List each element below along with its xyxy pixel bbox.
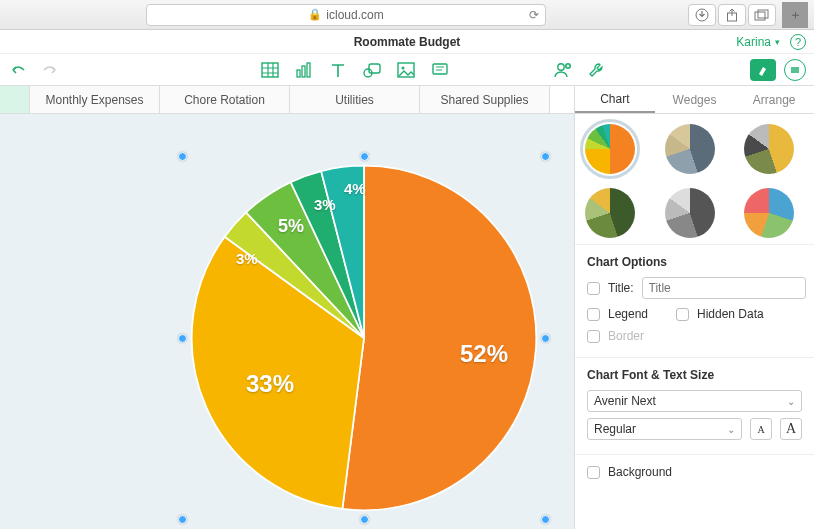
chart-style-thumb[interactable] [585,124,635,174]
inspector-tabs: Chart Wedges Arrange [575,86,814,114]
lock-icon: 🔒 [308,8,322,21]
browser-bar: 🔒 icloud.com ⟳ ＋ [0,0,814,30]
format-inspector: Chart Wedges Arrange Chart Options Title… [574,86,814,529]
chart-style-thumb[interactable] [744,188,794,238]
chart-button[interactable] [294,60,314,80]
svg-rect-7 [307,63,310,77]
resize-handle[interactable] [178,515,187,524]
resize-handle[interactable] [178,152,187,161]
svg-rect-12 [433,64,447,74]
resize-handle[interactable] [541,334,550,343]
user-menu[interactable]: Karina ▾ [736,35,780,49]
font-weight-select[interactable]: Regular⌄ [587,418,742,440]
svg-rect-2 [755,12,765,20]
legend-checkbox[interactable] [587,308,600,321]
text-button[interactable] [328,60,348,80]
svg-point-13 [558,63,564,69]
table-button[interactable] [260,60,280,80]
tabs-button[interactable] [748,4,776,26]
shape-button[interactable] [362,60,382,80]
sheet-tab[interactable]: Utilities [290,86,420,113]
background-checkbox[interactable] [587,466,600,479]
chart-style-thumb[interactable] [585,188,635,238]
chevron-down-icon: ⌄ [787,396,795,407]
doc-title: Roommate Budget [354,35,461,49]
user-name: Karina [736,35,771,49]
tabs-icon [754,9,770,21]
chart-style-thumb[interactable] [665,188,715,238]
resize-handle[interactable] [541,515,550,524]
redo-button[interactable] [40,60,60,80]
url-host: icloud.com [326,8,383,22]
title-row: Roommate Budget Karina ▾ ? [0,30,814,54]
sheet-tab[interactable]: Shared Supplies [420,86,550,113]
chart-font-section: Chart Font & Text Size Avenir Next⌄ Regu… [575,358,814,455]
title-checkbox[interactable] [587,282,600,295]
inspector-tab-arrange[interactable]: Arrange [734,86,814,113]
border-label: Border [608,329,644,343]
sheet-tab[interactable]: Chore Rotation [160,86,290,113]
url-field[interactable]: 🔒 icloud.com ⟳ [146,4,546,26]
resize-handle[interactable] [541,152,550,161]
chevron-down-icon: ▾ [775,37,780,47]
resize-handle[interactable] [360,152,369,161]
svg-rect-6 [302,66,305,77]
format-button[interactable] [750,59,776,81]
collaborate-button[interactable] [552,60,572,80]
chart-style-grid [575,114,814,245]
legend-label: Legend [608,307,668,321]
chart-style-thumb[interactable] [744,124,794,174]
svg-rect-3 [758,10,768,18]
toolbar-right [552,59,806,81]
add-sheet-button[interactable] [0,86,30,113]
undo-redo-group [8,60,60,80]
newtab-button[interactable]: ＋ [782,2,808,28]
undo-button[interactable] [8,60,28,80]
font-larger-button[interactable]: A [780,418,802,440]
resize-handle[interactable] [178,334,187,343]
title-input[interactable] [642,277,806,299]
svg-rect-8 [369,64,380,73]
downloads-button[interactable] [688,4,716,26]
border-checkbox[interactable] [587,330,600,343]
background-label: Background [608,465,672,479]
hidden-data-label: Hidden Data [697,307,764,321]
tools-button[interactable] [586,60,606,80]
share-icon [726,8,738,22]
svg-rect-5 [297,70,300,77]
help-button[interactable]: ? [790,34,806,50]
selection-box [182,156,546,520]
resize-handle[interactable] [360,515,369,524]
sheet-tab[interactable]: Monthly Expenses [30,86,160,113]
insert-group [260,60,450,80]
svg-rect-4 [262,63,278,77]
chart-style-thumb[interactable] [665,124,715,174]
hidden-data-checkbox[interactable] [676,308,689,321]
background-section: Background [575,455,814,493]
font-family-select[interactable]: Avenir Next⌄ [587,390,802,412]
toolbar [0,54,814,86]
section-title: Chart Options [587,255,802,269]
share-button[interactable] [718,4,746,26]
title-label: Title: [608,281,634,295]
browser-right-controls: ＋ [688,2,808,28]
comment-button[interactable] [430,60,450,80]
section-title: Chart Font & Text Size [587,368,802,382]
organize-button[interactable] [784,59,806,81]
media-button[interactable] [396,60,416,80]
svg-point-11 [402,66,405,69]
refresh-icon[interactable]: ⟳ [529,8,539,22]
inspector-tab-wedges[interactable]: Wedges [655,86,735,113]
download-icon [695,8,709,22]
inspector-tab-chart[interactable]: Chart [575,86,655,113]
font-smaller-button[interactable]: A [750,418,772,440]
chart-options-section: Chart Options Title: Legend Hidden Data … [575,245,814,358]
chevron-down-icon: ⌄ [727,424,735,435]
